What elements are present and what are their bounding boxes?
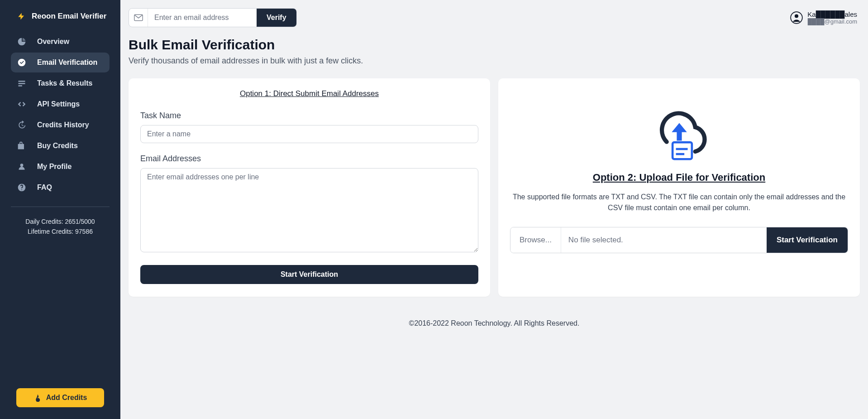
svg-rect-0 bbox=[19, 81, 25, 82]
start-verification-button-2[interactable]: Start Verification bbox=[767, 227, 848, 253]
footer-text: ©2016-2022 Reoon Technology. All Rights … bbox=[129, 297, 860, 337]
mail-icon bbox=[129, 9, 148, 27]
sidebar: Reoon Email Verifier Overview Email Veri… bbox=[0, 0, 120, 419]
add-credits-label: Add Credits bbox=[46, 394, 87, 402]
emails-label: Email Addresses bbox=[140, 154, 478, 164]
bolt-icon bbox=[17, 12, 25, 20]
check-circle-icon bbox=[17, 58, 26, 67]
option2-header: Option 2: Upload File for Verification bbox=[510, 172, 848, 183]
app-name: Reoon Email Verifier bbox=[32, 12, 106, 21]
sidebar-item-label: Credits History bbox=[37, 121, 89, 129]
pie-icon bbox=[17, 37, 26, 46]
help-icon bbox=[17, 183, 26, 192]
sidebar-item-label: Email Verification bbox=[37, 58, 97, 67]
bag-icon bbox=[17, 141, 26, 150]
page-title: Bulk Email Verification bbox=[129, 37, 860, 53]
avatar-icon bbox=[790, 11, 803, 24]
credits-summary: Daily Credits: 2651/5000 Lifetime Credit… bbox=[11, 207, 110, 243]
sidebar-item-overview[interactable]: Overview bbox=[11, 32, 110, 52]
sidebar-item-label: Overview bbox=[37, 38, 69, 46]
option2-card: Option 2: Upload File for Verification T… bbox=[498, 78, 860, 297]
cards-row: Option 1: Direct Submit Email Addresses … bbox=[129, 78, 860, 297]
sidebar-item-tasks-results[interactable]: Tasks & Results bbox=[11, 73, 110, 93]
option1-header: Option 1: Direct Submit Email Addresses bbox=[140, 89, 478, 98]
emails-textarea[interactable] bbox=[140, 168, 478, 252]
quick-verify-input[interactable] bbox=[148, 9, 257, 27]
daily-credits: Daily Credits: 2651/5000 bbox=[24, 218, 97, 225]
quick-verify-button[interactable]: Verify bbox=[257, 9, 296, 27]
user-name: Ka██████ales bbox=[807, 10, 857, 18]
fire-icon bbox=[33, 394, 42, 402]
main: Verify Ka██████ales ████@gmail.com Bulk … bbox=[120, 0, 868, 419]
list-icon bbox=[17, 79, 26, 88]
history-icon bbox=[17, 120, 26, 130]
sidebar-item-label: My Profile bbox=[37, 163, 72, 171]
sidebar-item-api-settings[interactable]: API Settings bbox=[11, 94, 110, 114]
sidebar-item-faq[interactable]: FAQ bbox=[11, 178, 110, 197]
upload-cloud-icon bbox=[510, 102, 848, 161]
user-icon bbox=[17, 162, 26, 171]
user-email: ████@gmail.com bbox=[807, 18, 857, 25]
sidebar-item-buy-credits[interactable]: Buy Credits bbox=[11, 136, 110, 156]
sidebar-item-label: FAQ bbox=[37, 183, 52, 192]
sidebar-item-label: Buy Credits bbox=[37, 142, 78, 150]
add-credits-button[interactable]: Add Credits bbox=[16, 388, 104, 407]
page-subtitle: Verify thousands of email addresses in b… bbox=[129, 56, 860, 66]
svg-point-3 bbox=[20, 164, 24, 167]
content: Bulk Email Verification Verify thousands… bbox=[120, 27, 868, 419]
user-menu[interactable]: Ka██████ales ████@gmail.com bbox=[790, 10, 861, 25]
user-text: Ka██████ales ████@gmail.com bbox=[807, 10, 857, 25]
lifetime-credits: Lifetime Credits: 97586 bbox=[24, 228, 97, 235]
sidebar-item-my-profile[interactable]: My Profile bbox=[11, 157, 110, 177]
svg-rect-1 bbox=[19, 83, 25, 84]
file-upload-row: Browse... No file selected. Start Verifi… bbox=[510, 227, 848, 253]
app-logo[interactable]: Reoon Email Verifier bbox=[0, 8, 120, 27]
code-icon bbox=[17, 100, 26, 109]
sidebar-item-email-verification[interactable]: Email Verification bbox=[11, 53, 110, 72]
svg-point-6 bbox=[795, 14, 798, 18]
svg-rect-2 bbox=[19, 85, 22, 87]
option2-desc: The supported file formats are TXT and C… bbox=[510, 192, 848, 213]
task-name-input[interactable] bbox=[140, 125, 478, 143]
task-name-label: Task Name bbox=[140, 111, 478, 120]
sidebar-item-label: Tasks & Results bbox=[37, 79, 92, 87]
quick-verify-group: Verify bbox=[129, 8, 297, 27]
option1-card: Option 1: Direct Submit Email Addresses … bbox=[129, 78, 490, 297]
sidebar-nav: Overview Email Verification Tasks & Resu… bbox=[0, 27, 120, 202]
file-status: No file selected. bbox=[561, 227, 767, 253]
svg-rect-7 bbox=[672, 142, 692, 159]
topbar: Verify Ka██████ales ████@gmail.com bbox=[120, 0, 868, 27]
sidebar-item-label: API Settings bbox=[37, 100, 80, 108]
sidebar-item-credits-history[interactable]: Credits History bbox=[11, 115, 110, 135]
start-verification-button-1[interactable]: Start Verification bbox=[140, 265, 478, 284]
browse-button[interactable]: Browse... bbox=[510, 227, 561, 253]
